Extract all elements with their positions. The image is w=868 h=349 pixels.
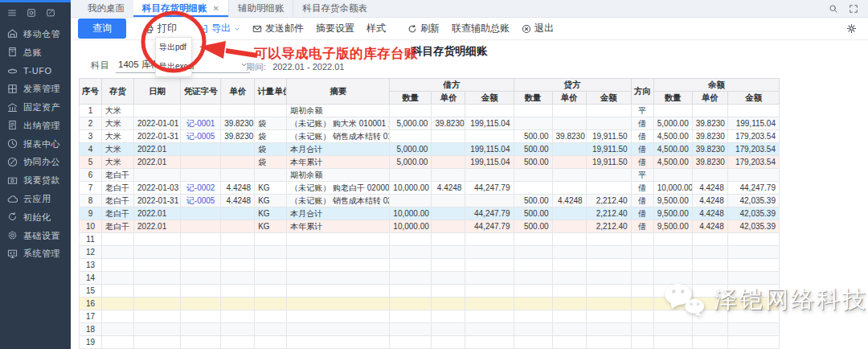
cell bbox=[390, 310, 432, 323]
export-menu-item-1[interactable]: 导出excel bbox=[156, 57, 191, 76]
cell bbox=[181, 298, 221, 310]
cell bbox=[134, 323, 181, 336]
sidebar-item-settings[interactable]: 基础设置 bbox=[0, 227, 71, 245]
cell bbox=[552, 105, 586, 117]
sidebar-item-label: 总账 bbox=[23, 47, 42, 59]
menu-icon[interactable] bbox=[7, 8, 17, 18]
cell: 期初余额 bbox=[287, 169, 390, 182]
sidebar-item-warehouse[interactable]: 移动仓管 bbox=[0, 25, 71, 43]
table-row[interactable]: 4大米2022.01袋本月合计5,000.00199,115.04500.001… bbox=[80, 143, 780, 156]
sidebar-item-cloud[interactable]: 云应用 bbox=[0, 190, 71, 208]
table-row[interactable]: 19 bbox=[80, 336, 780, 349]
cell: 500.00 bbox=[514, 195, 552, 207]
cell: （未记账） 销售成本结转 010001 大米 bbox=[287, 130, 390, 143]
cell bbox=[692, 233, 727, 246]
cell bbox=[552, 272, 586, 285]
sidebar-item-bank[interactable]: 固定资产 bbox=[0, 98, 71, 117]
cell bbox=[181, 143, 221, 156]
table-row[interactable]: 18 bbox=[80, 323, 780, 336]
cell bbox=[514, 336, 552, 349]
cell bbox=[134, 285, 181, 298]
table-row[interactable]: 7老白干2022-01-03记-00024.4248KG（未记账） 购老白干 0… bbox=[80, 182, 780, 195]
tab-close-icon[interactable]: ✕ bbox=[213, 4, 219, 13]
sidebar-item-cashier[interactable]: 出纳管理 bbox=[0, 117, 71, 135]
voucher-link[interactable]: 记-0002 bbox=[181, 182, 221, 195]
table-row[interactable]: 2大米2022-01-01记-000139.8230袋（未记账） 购大米 010… bbox=[80, 117, 780, 130]
col-header-debit-uprice: 单价 bbox=[432, 92, 465, 105]
toolbar-button-5[interactable]: 刷新 bbox=[407, 22, 440, 35]
table-row[interactable]: 9老白干2022.01KG本月合计10,000.0044,247.79500.0… bbox=[80, 207, 780, 220]
toolbar-button-1[interactable]: 导出 bbox=[199, 22, 240, 35]
cell bbox=[287, 323, 390, 336]
sidebar-item-label: 报表中心 bbox=[23, 138, 60, 150]
cell: 2022.01 bbox=[134, 156, 181, 169]
warehouse-icon bbox=[7, 28, 18, 39]
sidebar-item-init[interactable]: 初始化 bbox=[0, 208, 71, 227]
row-seq: 10 bbox=[80, 220, 102, 233]
table-row[interactable]: 3大米2022-01-31记-000539.8230袋（未记账） 销售成本结转 … bbox=[80, 130, 780, 143]
table-row[interactable]: 5大米2022.01袋本年累计5,000.00199,115.04500.001… bbox=[80, 156, 780, 169]
search-icon[interactable] bbox=[829, 4, 838, 14]
col-header-debit-amount: 金额 bbox=[465, 92, 514, 105]
tab-3[interactable]: 科目存货余额表 bbox=[293, 0, 376, 17]
sidebar-item-ledger[interactable]: 总账 bbox=[0, 43, 71, 62]
cell bbox=[727, 259, 779, 272]
subject-label: 科目 bbox=[91, 60, 109, 73]
table-row[interactable]: 6老白干期初余额平 bbox=[80, 169, 780, 182]
voucher-link[interactable]: 记-0001 bbox=[181, 117, 221, 130]
compose-icon[interactable] bbox=[46, 8, 55, 18]
cell: 老白干 bbox=[102, 195, 134, 207]
tab-0[interactable]: 我的桌面 bbox=[79, 0, 133, 17]
cell bbox=[221, 246, 255, 259]
toolbar-button-0[interactable]: 打印 bbox=[145, 22, 186, 35]
cell: 44,247.79 bbox=[727, 182, 779, 195]
cell bbox=[255, 298, 287, 310]
table-row[interactable]: 10老白干2022.01KG本年累计10,000.0044,247.79500.… bbox=[80, 220, 780, 233]
toolbar-button-6[interactable]: 联查辅助总账 bbox=[452, 22, 510, 35]
table-row[interactable]: 1大米期初余额平 bbox=[80, 105, 780, 117]
tab-bar: 我的桌面 科目存货明细账 ✕ 辅助明细账 科目存货余额表 bbox=[71, 0, 868, 18]
export-menu-item-0[interactable]: 导出pdf bbox=[156, 38, 191, 57]
table-row[interactable]: 12 bbox=[80, 246, 780, 259]
sidebar-item-tufo[interactable]: T-UFO bbox=[0, 62, 71, 80]
tab-2[interactable]: 辅助明细账 bbox=[228, 0, 293, 17]
sidebar-item-invoice[interactable]: 发票管理 bbox=[0, 80, 71, 98]
sidebar-item-system[interactable]: 系统管理 bbox=[0, 245, 71, 264]
toolbar-button-7[interactable]: 退出 bbox=[522, 22, 554, 35]
row-seq: 1 bbox=[80, 105, 102, 117]
query-button[interactable]: 查询 bbox=[78, 18, 126, 39]
cell bbox=[102, 285, 134, 298]
table-row[interactable]: 8老白干2022-01-31记-00054.4248KG（未记账） 销售成本结转… bbox=[80, 195, 780, 207]
fullscreen-icon[interactable] bbox=[849, 4, 858, 14]
cell bbox=[586, 272, 631, 285]
table-row[interactable]: 11 bbox=[80, 233, 780, 246]
voucher-link[interactable]: 记-0005 bbox=[181, 195, 221, 207]
cell bbox=[221, 105, 255, 117]
cell bbox=[653, 233, 692, 246]
sidebar-item-collab[interactable]: 协同办公 bbox=[0, 154, 71, 172]
cell: 19,911.50 bbox=[586, 156, 631, 169]
cell: 2022.01 bbox=[134, 207, 181, 220]
col-group-debit: 借方 bbox=[390, 79, 514, 92]
cell: 44,247.79 bbox=[465, 207, 514, 220]
toolbar-button-4[interactable]: 样式 bbox=[366, 22, 395, 35]
cell: 5,000.00 bbox=[390, 143, 432, 156]
cell bbox=[432, 336, 465, 349]
cell bbox=[465, 169, 514, 182]
cell bbox=[692, 323, 727, 336]
cell: 2,212.40 bbox=[586, 220, 631, 233]
voucher-link[interactable]: 记-0005 bbox=[181, 130, 221, 143]
toolbar-button-3[interactable]: 摘要设置 bbox=[316, 22, 354, 35]
sidebar-item-label: 初始化 bbox=[23, 211, 51, 224]
table-row[interactable]: 13 bbox=[80, 259, 780, 272]
system-icon bbox=[7, 248, 18, 260]
sidebar-item-report[interactable]: 报表中心 bbox=[0, 135, 71, 154]
sidebar-item-loan[interactable]: 我要贷款 bbox=[0, 171, 71, 190]
apps-icon[interactable] bbox=[27, 8, 36, 18]
tab-1[interactable]: 科目存货明细账 ✕ bbox=[133, 0, 228, 17]
toolbar-settings-gear-icon[interactable] bbox=[846, 23, 857, 34]
toolbar-button-2[interactable]: 发送邮件 bbox=[252, 22, 304, 35]
sidebar-nav: 移动仓管 总账 T-UFO 发票管理 固定资产 出纳管理 报表中心 协同办公 我… bbox=[0, 23, 71, 263]
cell: 39.8230 bbox=[221, 130, 255, 143]
cell: 39.8230 bbox=[692, 156, 727, 169]
